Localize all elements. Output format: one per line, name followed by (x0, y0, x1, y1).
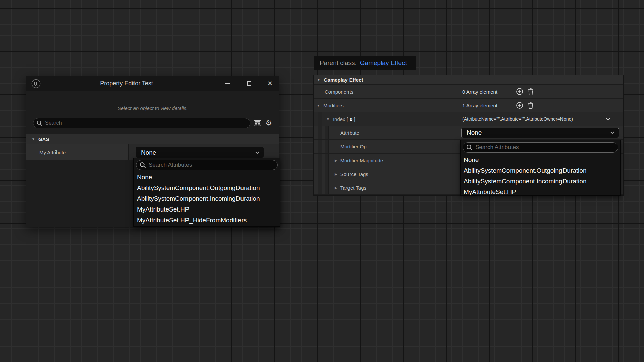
expand-icon[interactable]: ▼ (317, 104, 320, 107)
category-header-gas[interactable]: ▼ GAS (26, 134, 279, 144)
dropdown-item[interactable]: AbilitySystemComponent.OutgoingDuration (134, 183, 280, 193)
property-name: Modifier Magnitude (340, 158, 383, 163)
chevron-down-icon[interactable] (606, 118, 610, 121)
window-title: Property Editor Test (41, 80, 212, 87)
settings-button[interactable]: ⚙ (264, 119, 273, 127)
gear-icon: ⚙ (265, 119, 272, 127)
expand-icon[interactable]: ▼ (326, 117, 330, 121)
attribute-search-box[interactable] (463, 142, 618, 153)
expand-icon[interactable]: ▶ (335, 172, 337, 176)
my-attribute-combobox[interactable]: None (136, 147, 264, 158)
attribute-search-box[interactable] (136, 160, 278, 170)
dropdown-item[interactable]: MyAttributeSet.HP (461, 187, 620, 196)
dropdown-item[interactable]: None (134, 172, 280, 183)
dropdown-item[interactable]: MyAttributeSet.HP_HideFromModifiers (134, 215, 280, 226)
close-icon: ✕ (267, 80, 273, 87)
parent-class-label: Parent class: (320, 59, 357, 67)
table-view-icon (254, 120, 261, 126)
chevron-down-icon (610, 131, 614, 134)
property-name: Source Tags (340, 171, 368, 177)
dropdown-item[interactable]: MyAttributeSet.HP (134, 204, 280, 215)
unreal-logo-icon (31, 79, 41, 88)
row-attribute: Attribute None (314, 126, 623, 140)
attribute-dropdown-left: None AbilitySystemComponent.OutgoingDura… (133, 158, 280, 227)
category-label: GAS (38, 136, 49, 142)
maximize-button[interactable] (243, 79, 255, 88)
index-label: Index [ 0 ] (333, 116, 355, 122)
expand-icon[interactable]: ▶ (335, 186, 337, 190)
category-expand-icon: ▼ (317, 78, 320, 82)
indent-rail (325, 140, 329, 153)
attribute-search-input[interactable] (475, 144, 614, 151)
search-box[interactable] (33, 118, 250, 128)
array-count: 1 Array element (462, 103, 497, 108)
attribute-search-input[interactable] (149, 162, 274, 168)
add-element-button[interactable] (516, 88, 523, 95)
indent-rail (318, 140, 322, 153)
property-name: Attribute (340, 130, 359, 136)
property-name: My Attribute (26, 144, 129, 160)
search-row: ⚙ (26, 117, 279, 129)
indent-rail (318, 154, 322, 167)
search-icon (466, 144, 473, 151)
close-button[interactable]: ✕ (264, 79, 276, 88)
row-index-0: ▼ Index [ 0 ] (AttributeName="",Attribut… (314, 112, 623, 126)
indent-rail (318, 181, 322, 194)
array-count: 0 Array element (462, 89, 497, 95)
search-icon (140, 162, 146, 168)
chevron-down-icon (255, 151, 259, 154)
plus-circle-icon (516, 88, 523, 95)
dropdown-item[interactable]: None (461, 155, 620, 165)
row-modifiers: ▼ Modifiers 1 Array element (314, 99, 623, 112)
indent-rail (318, 112, 322, 126)
minimize-button[interactable] (222, 79, 233, 88)
category-header-gameplay-effect[interactable]: ▼ Gameplay Effect (314, 75, 623, 85)
search-input[interactable] (45, 120, 247, 126)
minimize-icon (225, 83, 230, 84)
dropdown-item[interactable]: AbilitySystemComponent.IncomingDuration (461, 176, 620, 187)
combobox-value: None (141, 149, 156, 156)
combobox-value: None (467, 129, 482, 136)
indent-rail (318, 167, 322, 181)
maximize-icon (247, 81, 251, 86)
add-element-button[interactable] (516, 102, 523, 109)
expand-icon[interactable]: ▶ (335, 159, 337, 162)
indent-rail (325, 181, 329, 194)
dropdown-item[interactable]: AbilitySystemComponent.OutgoingDuration (461, 165, 620, 176)
parent-class-link[interactable]: Gameplay Effect (360, 59, 407, 67)
display-filter-button[interactable] (253, 119, 262, 127)
property-name: Modifier Op (340, 144, 367, 149)
delete-elements-button[interactable] (527, 88, 534, 95)
row-components: Components 0 Array element (314, 85, 623, 99)
property-name: Target Tags (340, 185, 366, 191)
delete-elements-button[interactable] (527, 102, 534, 109)
search-icon (37, 120, 42, 126)
indent-rail (325, 167, 329, 181)
details-hint-text: Select an object to view details. (26, 105, 279, 111)
dropdown-item[interactable]: AbilitySystemComponent.IncomingDuration (134, 193, 280, 204)
trash-icon (527, 88, 534, 95)
property-name: Modifiers (323, 103, 344, 108)
attribute-dropdown-right: None AbilitySystemComponent.OutgoingDura… (460, 140, 621, 196)
category-expand-icon: ▼ (32, 137, 35, 141)
indent-rail (325, 126, 329, 139)
category-label: Gameplay Effect (324, 77, 363, 83)
indent-rail (318, 126, 322, 139)
plus-circle-icon (516, 102, 523, 109)
property-name: Components (314, 89, 353, 95)
indent-rail (325, 154, 329, 167)
window-titlebar[interactable]: Property Editor Test ✕ (26, 76, 279, 91)
trash-icon (527, 102, 534, 109)
attribute-combobox[interactable]: None (461, 128, 619, 138)
parent-class-box: Parent class: Gameplay Effect (314, 56, 416, 70)
struct-preview: (AttributeName="",Attribute="",Attribute… (462, 116, 573, 122)
